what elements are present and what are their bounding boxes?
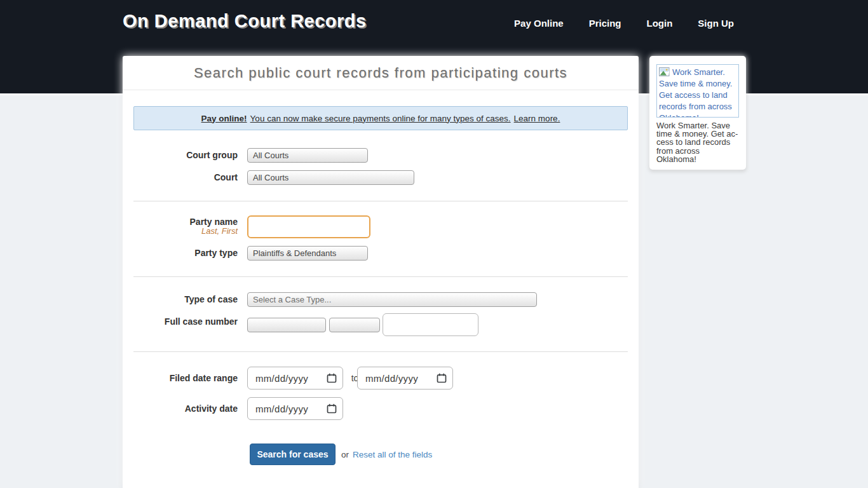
- calendar-icon[interactable]: [437, 373, 447, 383]
- nav-pricing[interactable]: Pricing: [589, 18, 621, 29]
- site-logo[interactable]: On Demand Court Records: [123, 11, 367, 32]
- party-type-label: Party type: [133, 246, 238, 261]
- page-title: Search public court records from partici…: [194, 65, 567, 81]
- broken-image-icon: [659, 67, 670, 77]
- or-text: or: [341, 450, 349, 459]
- case-type-row: Type of case Select a Case Type...: [133, 292, 628, 307]
- court-select[interactable]: All Courts: [247, 170, 414, 185]
- party-name-label: Party name Last, First: [133, 217, 238, 236]
- party-name-hint: Last, First: [133, 227, 238, 236]
- nav-pay-online[interactable]: Pay Online: [514, 18, 564, 29]
- calendar-icon[interactable]: [327, 403, 337, 414]
- search-panel: Search public court records from partici…: [123, 56, 639, 488]
- court-group-label: Court group: [133, 148, 238, 163]
- case-number-part3-input[interactable]: [383, 313, 478, 336]
- learn-more-link[interactable]: Learn more.: [514, 114, 560, 123]
- case-number-label: Full case number: [133, 315, 238, 329]
- main-nav: Pay Online Pricing Login Sign Up: [514, 18, 734, 29]
- nav-sign-up[interactable]: Sign Up: [698, 18, 734, 29]
- party-type-value: Plaintiffs & Defendants: [253, 248, 336, 258]
- ad-caption-line: cess to land records: [656, 138, 742, 146]
- case-type-label: Type of case: [133, 292, 238, 307]
- filed-from-date-input[interactable]: mm/dd/yyyy: [247, 367, 343, 390]
- court-row: Court All Courts: [133, 170, 628, 185]
- date-placeholder: mm/dd/yyyy: [255, 373, 308, 384]
- notice-text: You can now make secure payments online …: [250, 114, 511, 123]
- search-button[interactable]: Search for cases: [250, 444, 336, 465]
- date-placeholder: mm/dd/yyyy: [255, 403, 308, 414]
- ad-image-link[interactable]: Work Smarter. Save time & money. Get acc…: [656, 64, 739, 118]
- court-label: Court: [133, 170, 238, 185]
- ad-caption-line: from across: [656, 147, 742, 155]
- separator: [133, 201, 628, 201]
- activity-date-row: Activity date mm/dd/yyyy: [133, 397, 628, 420]
- party-type-row: Party type Plaintiffs & Defendants: [133, 246, 628, 261]
- case-type-select[interactable]: Select a Case Type...: [247, 292, 537, 307]
- submit-row: Search for cases or Reset all of the fie…: [250, 444, 628, 465]
- case-number-part2-select[interactable]: [329, 318, 380, 332]
- activity-date-label: Activity date: [133, 397, 238, 420]
- filed-date-row: Filed date range mm/dd/yyyy to mm/dd/yyy…: [133, 367, 628, 390]
- panel-heading: Search public court records from partici…: [123, 56, 639, 90]
- date-placeholder: mm/dd/yyyy: [365, 373, 418, 384]
- party-type-select[interactable]: Plaintiffs & Defendants: [247, 246, 368, 261]
- case-number-row: Full case number: [133, 313, 628, 336]
- notice-bold-text: Pay online!: [201, 114, 247, 123]
- nav-login[interactable]: Login: [647, 18, 673, 29]
- court-group-value: All Courts: [253, 151, 288, 160]
- filed-date-label: Filed date range: [133, 367, 238, 390]
- calendar-icon[interactable]: [327, 373, 337, 383]
- party-name-row: Party name Last, First: [133, 215, 628, 238]
- case-number-part1-select[interactable]: [247, 318, 326, 332]
- court-group-row: Court group All Courts: [133, 148, 628, 163]
- reset-link[interactable]: Reset all of the fields: [353, 450, 432, 459]
- case-type-value: Select a Case Type...: [253, 295, 331, 304]
- ad-caption: Work Smarter. Save time & money. Get ac-…: [656, 121, 742, 163]
- ad-caption-line: Oklahoma!: [656, 155, 742, 163]
- separator: [133, 351, 628, 352]
- party-name-input[interactable]: [247, 215, 370, 238]
- pay-online-notice-link[interactable]: Pay online! You can now make secure paym…: [133, 106, 628, 130]
- filed-to-date-input[interactable]: mm/dd/yyyy: [357, 367, 453, 390]
- separator: [133, 276, 628, 277]
- activity-date-input[interactable]: mm/dd/yyyy: [247, 397, 343, 420]
- ad-card: Work Smarter. Save time & money. Get acc…: [649, 56, 746, 170]
- court-group-select[interactable]: All Courts: [247, 148, 368, 163]
- court-value: All Courts: [253, 173, 288, 182]
